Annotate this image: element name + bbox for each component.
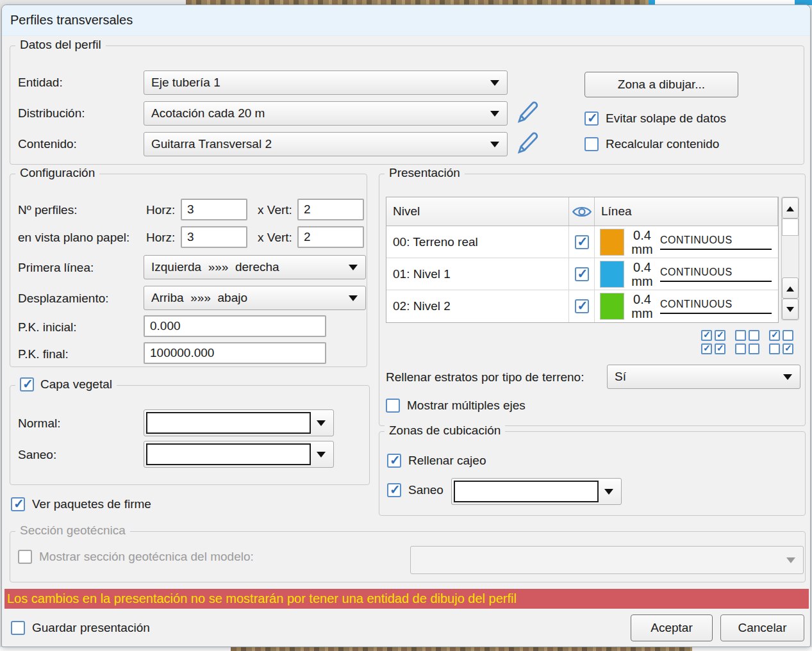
chevron-down-icon[interactable]: [311, 412, 331, 434]
dialog-titlebar[interactable]: Perfiles transversales: [2, 5, 810, 36]
nivel-cell[interactable]: 01: Nivel 1: [386, 258, 569, 290]
contenido-dropdown[interactable]: Guitarra Transversal 2: [144, 132, 508, 156]
scrollbar-track[interactable]: [782, 236, 799, 277]
recalcular-checkbox-row[interactable]: Recalcular contenido: [584, 137, 719, 151]
desplazamiento-dropdown[interactable]: Arriba »»» abajo: [144, 286, 366, 310]
guardar-presentacion-label: Guardar presentación: [32, 621, 150, 635]
capa-vegetal-checkbox[interactable]: [20, 377, 34, 391]
visibility-checkbox[interactable]: [575, 267, 589, 281]
ver-paquetes-checkbox-row[interactable]: Ver paquetes de firme: [11, 497, 151, 511]
recalcular-checkbox[interactable]: [584, 137, 599, 151]
visibility-cell[interactable]: [569, 258, 595, 290]
group-label: Zonas de cubicación: [385, 424, 505, 438]
edit-contenido-pencil-icon[interactable]: [515, 131, 538, 156]
pk-inicial-label: P.K. inicial:: [18, 320, 77, 334]
rellenar-estratos-dropdown[interactable]: Sí: [607, 365, 800, 389]
col-nivel-header[interactable]: Nivel: [386, 197, 569, 226]
aceptar-button[interactable]: Aceptar: [631, 614, 713, 641]
saneo-value[interactable]: [454, 481, 599, 502]
guardar-presentacion-checkbox[interactable]: [11, 621, 25, 635]
nivel-cell[interactable]: 02: Nivel 2: [386, 290, 569, 322]
ver-paquetes-checkbox[interactable]: [11, 497, 25, 511]
capa-saneo-value[interactable]: [146, 443, 311, 465]
horz-label: Horz:: [146, 203, 175, 217]
rellenar-estratos-label: Rellenar estratos por tipo de terreno:: [386, 370, 584, 384]
linea-cell[interactable]: 0.4mmCONTINUOUS: [595, 290, 778, 322]
mini-checkbox[interactable]: [715, 330, 725, 341]
visibility-cell[interactable]: [569, 290, 595, 322]
chevron-down-icon[interactable]: [599, 481, 619, 502]
rellenar-cajeo-checkbox-row[interactable]: Rellenar cajeo: [387, 454, 486, 468]
distribucion-value: Acotación cada 20 m: [151, 106, 265, 120]
entidad-dropdown[interactable]: Eje tubería 1: [144, 70, 508, 95]
table-row[interactable]: 00: Terreno real0.4mmCONTINUOUS: [386, 226, 778, 258]
dialog-title: Perfiles transversales: [10, 13, 133, 28]
pk-inicial-input[interactable]: 0.000: [144, 315, 326, 337]
mostrar-multiples-checkbox[interactable]: [386, 399, 400, 413]
cancelar-button[interactable]: Cancelar: [720, 614, 804, 641]
linea-cell[interactable]: 0.4mmCONTINUOUS: [595, 226, 778, 258]
guardar-presentacion-checkbox-row[interactable]: Guardar presentación: [11, 621, 150, 635]
visibility-toggle-grid[interactable]: [735, 330, 759, 354]
visibility-cell[interactable]: [569, 226, 595, 258]
scroll-up-button[interactable]: [782, 197, 799, 218]
col-visibility-header[interactable]: [569, 197, 595, 226]
entidad-label: Entidad:: [18, 76, 63, 90]
visibility-toggle-grid[interactable]: [701, 330, 725, 354]
capa-vegetal-legend[interactable]: Capa vegetal: [15, 377, 117, 391]
mini-checkbox[interactable]: [769, 343, 780, 354]
primera-linea-label: Primera línea:: [18, 261, 94, 275]
visibility-toggle-grid[interactable]: [769, 330, 793, 354]
pk-final-input[interactable]: 100000.000: [144, 342, 326, 364]
nivel-cell[interactable]: 00: Terreno real: [386, 226, 569, 258]
zona-a-dibujar-button[interactable]: Zona a dibujar...: [584, 72, 738, 97]
evitar-solape-checkbox[interactable]: [584, 111, 599, 126]
mini-checkbox[interactable]: [735, 343, 746, 354]
table-row[interactable]: 02: Nivel 20.4mmCONTINUOUS: [386, 290, 778, 322]
scroll-down-button[interactable]: [782, 299, 799, 320]
table-row[interactable]: 01: Nivel 10.4mmCONTINUOUS: [386, 258, 778, 290]
distribucion-dropdown[interactable]: Acotación cada 20 m: [144, 101, 508, 126]
visibility-toggle-grids: [701, 330, 793, 354]
mostrar-multiples-checkbox-row[interactable]: Mostrar múltiples ejes: [386, 399, 526, 413]
table-scrollbar[interactable]: [781, 197, 799, 320]
linea-cell[interactable]: 0.4mmCONTINUOUS: [595, 258, 778, 290]
mini-checkbox[interactable]: [715, 343, 725, 354]
vista-vert-input[interactable]: 2: [297, 226, 364, 248]
mini-checkbox[interactable]: [749, 330, 759, 341]
mini-checkbox[interactable]: [783, 330, 793, 341]
warning-banner: Los cambios en la presentación no se mos…: [4, 589, 809, 609]
rellenar-cajeo-checkbox[interactable]: [387, 454, 401, 468]
visibility-checkbox[interactable]: [575, 235, 589, 249]
mini-checkbox[interactable]: [701, 343, 712, 354]
mini-checkbox[interactable]: [783, 343, 793, 354]
chevron-down-icon: [783, 374, 792, 380]
n-perfiles-horz-input[interactable]: 3: [181, 199, 247, 220]
visibility-checkbox[interactable]: [575, 299, 589, 313]
group-configuracion: Configuración Nº perfiles: Horz: 3 x Ver…: [10, 174, 367, 367]
capa-normal-value[interactable]: [146, 412, 311, 434]
mini-checkbox[interactable]: [701, 330, 712, 341]
edit-distribucion-pencil-icon[interactable]: [515, 100, 538, 126]
color-swatch[interactable]: [600, 293, 624, 320]
capa-normal-dropdown[interactable]: [144, 409, 334, 436]
scroll-up-button[interactable]: [782, 277, 799, 299]
evitar-solape-checkbox-row[interactable]: Evitar solape de datos: [584, 111, 726, 126]
capa-saneo-dropdown[interactable]: [144, 441, 334, 468]
chevron-down-icon[interactable]: [311, 443, 331, 465]
mini-checkbox[interactable]: [749, 343, 759, 354]
saneo-dropdown[interactable]: [451, 478, 622, 505]
saneo-checkbox-row[interactable]: Saneo: [387, 483, 443, 497]
horz-label: Horz:: [146, 231, 175, 245]
scrollbar-thumb[interactable]: [782, 218, 799, 236]
color-swatch[interactable]: [600, 261, 624, 288]
col-linea-header[interactable]: Línea: [595, 197, 778, 226]
line-width: 0.4mm: [624, 292, 660, 320]
vista-horz-input[interactable]: 3: [181, 226, 247, 248]
n-perfiles-vert-input[interactable]: 2: [297, 199, 364, 220]
primera-linea-dropdown[interactable]: Izquierda »»» derecha: [144, 255, 366, 279]
mini-checkbox[interactable]: [735, 330, 746, 341]
mini-checkbox[interactable]: [769, 330, 780, 341]
color-swatch[interactable]: [600, 229, 624, 256]
saneo-checkbox[interactable]: [387, 483, 401, 497]
